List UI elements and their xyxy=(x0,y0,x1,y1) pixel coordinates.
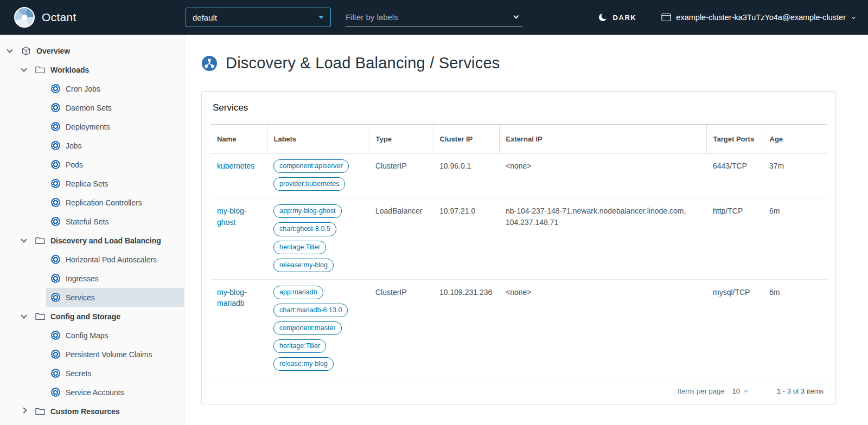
chevron-down-icon[interactable] xyxy=(21,66,27,72)
cell-labels: app:my-blog-ghostchart:ghost-8.0.5herita… xyxy=(267,198,369,280)
column-header-age: Age xyxy=(763,125,827,153)
cell-type: ClusterIP xyxy=(369,279,433,378)
service-link-my-blog-ghost[interactable]: my-blog-ghost xyxy=(217,207,246,226)
replication-controllers-icon xyxy=(51,198,60,207)
namespace-dropdown[interactable]: default xyxy=(186,8,331,27)
label-pill: heritage:Tiller xyxy=(273,339,326,353)
sidebar-item-replica-sets[interactable]: Replica Sets xyxy=(46,174,184,193)
sidebar-item-jobs[interactable]: Jobs xyxy=(46,136,184,155)
label-pill: chart:mariadb-6.13.0 xyxy=(273,304,348,317)
namespace-value: default xyxy=(193,13,217,22)
sidebar-item-label: Replication Controllers xyxy=(66,198,142,207)
column-header-name: Name xyxy=(210,125,267,153)
pods-icon xyxy=(51,160,60,169)
octant-app: Octant default DARK xyxy=(0,0,868,425)
app-title: Octant xyxy=(42,11,76,24)
service-link-kubernetes[interactable]: kubernetes xyxy=(217,162,254,170)
cell-external-ip: <none> xyxy=(499,153,706,198)
filter-input[interactable] xyxy=(346,12,510,22)
sidebar-item-ingresses[interactable]: Ingresses xyxy=(46,269,184,288)
chevron-down-icon[interactable] xyxy=(7,47,12,53)
sidebar-item-label: Stateful Sets xyxy=(66,217,108,226)
sidebar-item-label: Ingresses xyxy=(66,274,99,283)
sidebar-item-label: Pods xyxy=(66,160,83,169)
theme-toggle[interactable]: DARK xyxy=(598,12,636,22)
cell-name: my-blog-ghost xyxy=(210,198,267,280)
secrets-icon xyxy=(51,369,60,378)
sidebar-section-label: Config and Storage xyxy=(50,312,120,321)
service-link-my-blog-mariadb[interactable]: my-blog-mariadb xyxy=(217,288,246,307)
folder-icon xyxy=(35,312,45,320)
chevron-down-icon[interactable] xyxy=(21,407,27,413)
label-pill: release:my-blog xyxy=(273,259,334,272)
sidebar-section-children: Cron Jobs Daemon Sets Deployments Jobs P… xyxy=(0,79,184,231)
column-header-external-ip: External IP xyxy=(499,125,706,153)
sidebar-section-label: Discovery and Load Balancing xyxy=(50,236,161,245)
brand: Octant xyxy=(14,7,186,28)
sidebar-item-deployments[interactable]: Deployments xyxy=(46,117,184,136)
labels-list: app:mariadbchart:mariadb-6.13.0component… xyxy=(273,286,362,371)
sidebar-item-overview[interactable]: Overview xyxy=(0,41,184,60)
sidebar-item-horizontal-pod-autoscalers[interactable]: Horizontal Pod Autoscalers xyxy=(46,250,184,269)
sidebar-item-label: Replica Sets xyxy=(66,179,108,188)
services-card: Services Name Labels Type Cluster IP Ext… xyxy=(201,91,836,404)
label-pill: component:apiserver xyxy=(273,159,349,173)
sidebar-section-children: Config Maps Persistent Volume Claims Sec… xyxy=(0,326,184,402)
sidebar-sections: Workloads Cron Jobs Daemon Sets Deployme… xyxy=(0,60,184,421)
context-switcher[interactable]: example-cluster-ka3TuTzYo4a@example-clus… xyxy=(661,13,855,22)
sidebar-item-replication-controllers[interactable]: Replication Controllers xyxy=(46,193,184,212)
items-per-page-select[interactable]: 10 xyxy=(732,387,747,395)
sidebar-item-cron-jobs[interactable]: Cron Jobs xyxy=(46,79,184,98)
services-icon xyxy=(51,293,60,302)
jobs-icon xyxy=(51,141,60,150)
sidebar-item-label: Config Maps xyxy=(66,331,108,340)
chevron-down-icon[interactable] xyxy=(21,236,27,242)
sidebar-item-label: Services xyxy=(66,293,95,302)
sidebar-item-pods[interactable]: Pods xyxy=(46,155,184,174)
sidebar-nav: Overview Workloads Cron Jobs Daemon Sets… xyxy=(0,35,184,425)
folder-icon xyxy=(35,66,45,74)
sidebar-item-daemon-sets[interactable]: Daemon Sets xyxy=(46,98,184,117)
page-title: Discovery & Load Balancing / Services xyxy=(226,54,500,72)
sidebar-item-label: Secrets xyxy=(66,369,91,378)
sidebar-item-label: Jobs xyxy=(66,141,82,150)
cell-age: 6m xyxy=(763,279,827,378)
cell-cluster-ip: 10.109.231.236 xyxy=(433,279,499,378)
cell-target-ports: 6443/TCP xyxy=(706,153,763,198)
horizontal-pod-autoscalers-icon xyxy=(51,255,60,264)
octant-logo-icon xyxy=(14,7,35,28)
sidebar-item-config-maps[interactable]: Config Maps xyxy=(46,326,184,345)
table-row: my-blog-mariadb app:mariadbchart:mariadb… xyxy=(210,279,827,378)
services-table: Name Labels Type Cluster IP External IP … xyxy=(210,124,827,378)
label-filter[interactable] xyxy=(346,8,522,27)
chevron-down-icon xyxy=(744,389,748,392)
sidebar-section-config-and-storage[interactable]: Config and Storage xyxy=(0,307,184,326)
sidebar-item-persistent-volume-claims[interactable]: Persistent Volume Claims xyxy=(46,345,184,364)
sidebar-section-workloads[interactable]: Workloads xyxy=(0,60,184,79)
sidebar-item-stateful-sets[interactable]: Stateful Sets xyxy=(46,212,184,231)
sidebar-item-label: Service Accounts xyxy=(66,388,124,397)
page-header: Discovery & Load Balancing / Services xyxy=(201,54,836,72)
cell-labels: component:apiserverprovider:kubernetes xyxy=(267,153,369,198)
config-maps-icon xyxy=(51,331,60,340)
sidebar-section-custom-resources[interactable]: Custom Resources xyxy=(0,402,184,421)
cell-external-ip: nb-104-237-148-71.newark.nodebalancer.li… xyxy=(499,198,706,280)
label-pill: heritage:Tiller xyxy=(273,241,326,254)
column-header-labels: Labels xyxy=(267,125,369,153)
sidebar-item-secrets[interactable]: Secrets xyxy=(46,364,184,383)
chevron-down-icon xyxy=(852,15,856,18)
chevron-down-icon[interactable] xyxy=(21,312,27,318)
sidebar-section-discovery-and-load-balancing[interactable]: Discovery and Load Balancing xyxy=(0,231,184,250)
table-row: kubernetes component:apiserverprovider:k… xyxy=(210,153,827,198)
cell-age: 6m xyxy=(763,198,827,280)
sidebar-section-children: Horizontal Pod Autoscalers Ingresses Ser… xyxy=(0,250,184,307)
cell-cluster-ip: 10.97.21.0 xyxy=(433,198,499,280)
replica-sets-icon xyxy=(51,179,60,188)
cell-age: 37m xyxy=(763,153,827,198)
sidebar-item-services[interactable]: Services xyxy=(46,288,184,307)
overview-icon xyxy=(21,46,31,56)
cluster-window-icon xyxy=(661,13,671,22)
sidebar-item-service-accounts[interactable]: Service Accounts xyxy=(46,383,184,402)
chevron-down-icon[interactable] xyxy=(514,14,519,19)
context-label: example-cluster-ka3TuTzYo4a@example-clus… xyxy=(676,13,846,22)
